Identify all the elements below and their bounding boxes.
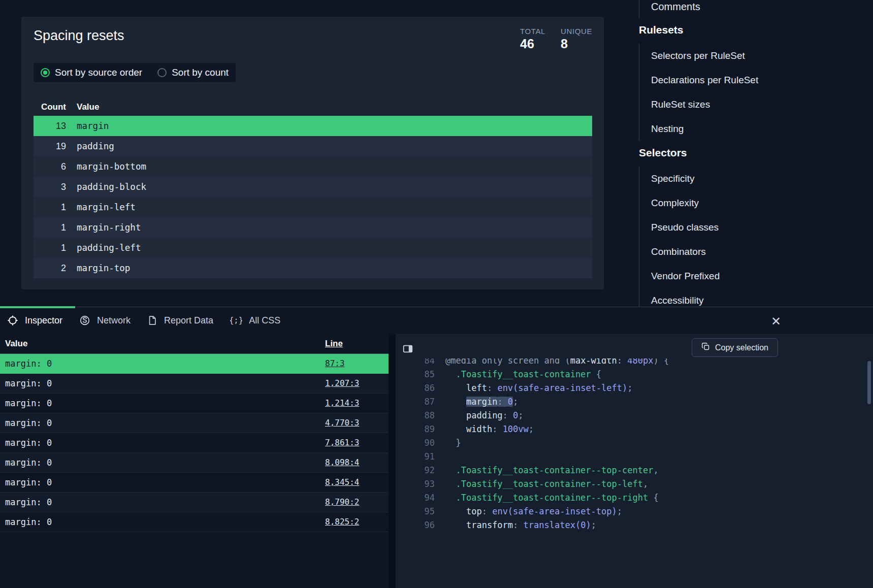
table-row[interactable]: 19padding: [34, 136, 592, 156]
line-number: 89: [396, 424, 435, 434]
row-line: 8,098:4: [325, 458, 389, 468]
line-number: 84: [396, 358, 435, 366]
row-line: 8,825:2: [325, 517, 389, 527]
code-viewer: Copy selection 84@media only screen and …: [396, 334, 873, 588]
code-line: 91: [396, 449, 866, 463]
table-row[interactable]: 1padding-left: [34, 238, 592, 258]
line-header[interactable]: Line: [325, 339, 389, 349]
line-link[interactable]: 8,825:2: [325, 517, 359, 527]
tab-network[interactable]: Network: [79, 315, 131, 326]
row-count: 13: [34, 121, 66, 132]
code-text: .Toastify__toast-container--top-left,: [445, 479, 648, 489]
sidebar-item-nesting[interactable]: Nesting: [639, 117, 873, 141]
sidebar-group-rulesets: Selectors per RuleSetDeclarations per Ru…: [639, 44, 873, 141]
tab-label: Network: [97, 315, 131, 326]
row-count: 3: [34, 182, 66, 192]
total-label: TOTAL: [520, 27, 545, 36]
sidebar-item-ruleset-sizes[interactable]: RuleSet sizes: [639, 92, 873, 117]
braces-icon: {;}: [230, 315, 242, 326]
table-row[interactable]: 1margin-left: [34, 197, 592, 217]
sidebar-item-specificity[interactable]: Specificity: [639, 167, 873, 191]
close-icon[interactable]: ✕: [767, 312, 785, 331]
code-scroll-area[interactable]: 84@media only screen and (max-width: 480…: [396, 358, 866, 588]
detail-table-header: Value Line: [0, 334, 389, 354]
unique-label: UNIQUE: [561, 27, 592, 36]
sidebar-item-selectors-per-ruleset[interactable]: Selectors per RuleSet: [639, 44, 873, 68]
line-number: 93: [396, 479, 435, 489]
line-link[interactable]: 8,345:4: [325, 477, 359, 487]
code-line: 95 top: env(safe-area-inset-top);: [396, 504, 866, 518]
table-row[interactable]: margin: 08,345:4: [0, 473, 389, 493]
table-row[interactable]: 2margin-top: [34, 258, 592, 278]
radio-label: Sort by count: [172, 67, 229, 78]
code-text: left: env(safe-area-inset-left);: [445, 383, 633, 393]
code-text: top: env(safe-area-inset-top);: [445, 506, 622, 516]
sidebar-item-pseudo-classes[interactable]: Pseudo classes: [639, 215, 873, 240]
copy-selection-button[interactable]: Copy selection: [692, 338, 778, 357]
table-row[interactable]: 3padding-block: [34, 177, 592, 197]
table-row[interactable]: margin: 08,098:4: [0, 453, 389, 473]
line-number: 87: [396, 397, 435, 407]
tab-label: All CSS: [249, 315, 280, 326]
tab-label: Report Data: [164, 315, 213, 326]
table-row[interactable]: margin: 08,790:2: [0, 493, 389, 512]
code-lines: 84@media only screen and (max-width: 480…: [396, 358, 866, 532]
resets-table-header: Count Value: [34, 98, 592, 116]
sidebar-item-vendor-prefixed[interactable]: Vendor Prefixed: [639, 264, 873, 288]
sidebar-item-accessibility[interactable]: Accessibility: [639, 288, 873, 307]
line-number: 92: [396, 465, 435, 475]
table-row[interactable]: 6margin-bottom: [34, 156, 592, 177]
code-line: 84@media only screen and (max-width: 480…: [396, 358, 866, 367]
row-line: 87:3: [325, 358, 389, 369]
table-row[interactable]: margin: 087:3: [0, 354, 389, 374]
line-number: 85: [396, 369, 435, 379]
line-link[interactable]: 8,098:4: [325, 458, 359, 467]
row-count: 1: [34, 243, 66, 253]
tab-inspector[interactable]: Inspector: [7, 315, 62, 326]
code-text: @media only screen and (max-width: 480px…: [445, 358, 669, 366]
sidebar-item-comments[interactable]: Comments: [639, 0, 873, 18]
table-row[interactable]: 1margin-right: [34, 217, 592, 238]
tab-all-css[interactable]: {;}All CSS: [230, 315, 280, 326]
table-row[interactable]: margin: 01,207:3: [0, 374, 389, 394]
line-link[interactable]: 7,861:3: [325, 438, 359, 447]
document-icon: [147, 315, 157, 326]
line-link[interactable]: 4,770:3: [325, 418, 359, 428]
row-line: 4,770:3: [325, 418, 389, 428]
sidebar-section-rulesets: Rulesets: [639, 22, 873, 38]
table-row[interactable]: margin: 08,825:2: [0, 512, 389, 532]
tab-report-data[interactable]: Report Data: [147, 315, 213, 326]
row-value: padding-left: [66, 243, 592, 253]
value-column-header: Value: [66, 102, 592, 112]
panel-splitter[interactable]: [389, 334, 396, 588]
radio-sort-by-count[interactable]: Sort by count: [157, 67, 229, 78]
code-line: 88 padding: 0;: [396, 408, 866, 422]
line-link[interactable]: 1,207:3: [325, 378, 359, 388]
crosshair-icon: [7, 315, 18, 326]
row-count: 19: [34, 141, 66, 152]
count-column-header: Count: [34, 102, 66, 112]
total-value: 46: [520, 37, 545, 51]
panel-expand-icon[interactable]: [401, 342, 415, 356]
code-line: 93 .Toastify__toast-container--top-left,: [396, 477, 866, 491]
scrollbar-thumb[interactable]: [867, 361, 871, 404]
code-text: transform: translatex(0);: [445, 520, 596, 530]
table-row[interactable]: margin: 04,770:3: [0, 413, 389, 433]
code-text: .Toastify__toast-container--top-center,: [445, 465, 659, 475]
stat-total: TOTAL 46: [520, 27, 545, 51]
line-link[interactable]: 8,790:2: [325, 497, 359, 507]
code-line: 87 margin: 0;: [396, 395, 866, 408]
line-link[interactable]: 87:3: [325, 358, 345, 368]
sidebar-item-declarations-per-ruleset[interactable]: Declarations per RuleSet: [639, 68, 873, 92]
stat-unique: UNIQUE 8: [561, 27, 592, 51]
radio-sort-by-source-order[interactable]: Sort by source order: [41, 67, 142, 78]
inspector-tabs: InspectorNetworkReport Data{;}All CSS: [0, 307, 873, 334]
table-row[interactable]: margin: 01,214:3: [0, 394, 389, 413]
line-link[interactable]: 1,214:3: [325, 398, 359, 408]
sidebar-item-combinators[interactable]: Combinators: [639, 240, 873, 264]
table-row[interactable]: margin: 07,861:3: [0, 433, 389, 453]
row-value: margin-right: [66, 222, 592, 233]
table-row[interactable]: 13margin: [34, 116, 592, 136]
resets-table: Count Value 13margin19padding6margin-bot…: [34, 98, 592, 278]
sidebar-item-complexity[interactable]: Complexity: [639, 191, 873, 215]
